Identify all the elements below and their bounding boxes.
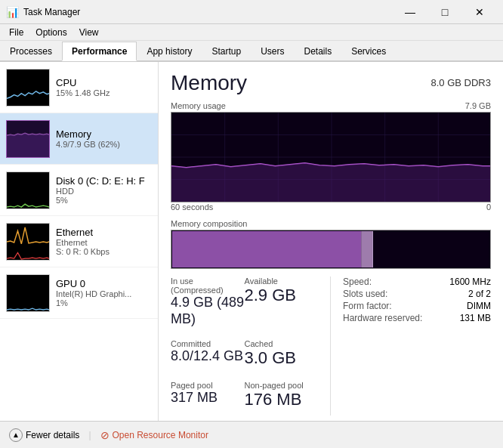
sidebar: CPU 15% 1.48 GHz Memory 4.9/7.9 GB (62%): [0, 62, 159, 421]
tab-processes[interactable]: Processes: [0, 42, 62, 61]
stats-grid: In use (Compressed) 4.9 GB (489 MB) Avai…: [171, 277, 491, 416]
nonpaged-label: Non-paged pool: [245, 381, 319, 390]
resource-monitor-icon: ⊘: [100, 429, 110, 441]
sidebar-graph-disk: [6, 171, 50, 209]
menu-file[interactable]: File: [3, 26, 29, 39]
spec-slots: Slots used: 2 of 2: [343, 289, 491, 299]
sidebar-info-gpu: GPU 0 Intel(R) HD Graphi... 1%: [56, 278, 152, 307]
nonpaged-value: 176 MB: [245, 390, 319, 409]
form-label: Form factor:: [343, 301, 392, 311]
sidebar-info-ethernet: Ethernet Ethernet S: 0 R: 0 Kbps: [56, 227, 152, 256]
sidebar-graph-cpu: [6, 69, 50, 107]
menu-bar: File Options View: [0, 24, 503, 41]
minimize-button[interactable]: —: [393, 0, 427, 24]
composition-section: Memory composition: [171, 219, 491, 269]
sidebar-item-gpu[interactable]: GPU 0 Intel(R) HD Graphi... 1%: [0, 267, 158, 319]
tab-performance[interactable]: Performance: [62, 42, 137, 61]
ethernet-value: S: 0 R: 0 Kbps: [56, 247, 152, 256]
usage-chart-label: Memory usage 7.9 GB: [171, 101, 491, 110]
sidebar-item-disk[interactable]: Disk 0 (C: D: E: H: F HDD 5%: [0, 165, 158, 216]
app-title: Task Manager: [23, 7, 80, 17]
spec-hw-reserved: Hardware reserved: 131 MB: [343, 313, 491, 323]
stat-committed: Committed 8.0/12.4 GB: [171, 339, 245, 368]
detail-header: Memory 8.0 GB DDR3: [171, 71, 491, 95]
stats-left: In use (Compressed) 4.9 GB (489 MB) Avai…: [171, 277, 331, 416]
sidebar-graph-ethernet: [6, 223, 50, 261]
detail-panel: Memory 8.0 GB DDR3 Memory usage 7.9 GB: [159, 62, 503, 421]
svg-rect-13: [372, 231, 373, 267]
maximize-button[interactable]: □: [427, 0, 462, 24]
tab-users[interactable]: Users: [251, 42, 294, 61]
hw-reserved-value: 131 MB: [460, 313, 491, 323]
fewer-details-button[interactable]: ▲ Fewer details: [9, 428, 79, 442]
sidebar-info-memory: Memory 4.9/7.9 GB (62%): [56, 128, 152, 149]
form-value: DIMM: [467, 301, 491, 311]
open-rm-label: Open Resource Monitor: [113, 430, 208, 440]
committed-value: 8.0/12.4 GB: [171, 348, 245, 365]
slots-label: Slots used:: [343, 289, 387, 299]
app-icon: 📊: [6, 6, 19, 18]
ethernet-name: Ethernet: [56, 227, 152, 238]
slots-value: 2 of 2: [468, 289, 491, 299]
disk-name: Disk 0 (C: D: E: H: F: [56, 175, 152, 187]
composition-chart: [171, 230, 491, 269]
menu-view[interactable]: View: [73, 26, 105, 39]
title-controls: — □ ✕: [393, 0, 497, 24]
ethernet-type: Ethernet: [56, 238, 152, 247]
svg-rect-14: [373, 231, 488, 267]
time-label: 60 seconds 0: [171, 202, 491, 212]
sidebar-item-memory[interactable]: Memory 4.9/7.9 GB (62%): [0, 113, 158, 165]
usage-chart: [171, 112, 491, 202]
tab-app-history[interactable]: App history: [137, 42, 202, 61]
composition-label: Memory composition: [171, 219, 491, 228]
fewer-details-label: Fewer details: [26, 430, 79, 440]
footer-separator: |: [88, 430, 91, 440]
sidebar-graph-memory: [6, 120, 50, 158]
gpu-value: 1%: [56, 298, 152, 307]
memory-name: Memory: [56, 128, 152, 140]
gpu-name: GPU 0: [56, 278, 152, 289]
speed-value: 1600 MHz: [449, 277, 491, 287]
speed-label: Speed:: [343, 277, 372, 287]
sidebar-info-disk: Disk 0 (C: D: E: H: F HDD 5%: [56, 175, 152, 205]
available-value: 2.9 GB: [245, 286, 319, 305]
available-label: Available: [245, 277, 319, 286]
stats-right: Speed: 1600 MHz Slots used: 2 of 2 Form …: [331, 277, 491, 416]
in-use-value: 4.9 GB (489 MB): [171, 295, 245, 327]
memory-usage-section: Memory usage 7.9 GB: [171, 101, 491, 212]
stat-available: Available 2.9 GB: [245, 277, 319, 327]
stat-cached: Cached 3.0 GB: [245, 339, 319, 368]
tab-bar: Processes Performance App history Startu…: [0, 41, 503, 62]
memory-value: 4.9/7.9 GB (62%): [56, 140, 152, 149]
paged-label: Paged pool: [171, 381, 245, 390]
menu-options[interactable]: Options: [29, 26, 73, 39]
sidebar-info-cpu: CPU 15% 1.48 GHz: [56, 77, 152, 97]
stat-nonpaged: Non-paged pool 176 MB: [245, 381, 319, 409]
cpu-value: 15% 1.48 GHz: [56, 88, 152, 97]
detail-title: Memory: [171, 71, 247, 95]
hw-reserved-label: Hardware reserved:: [343, 313, 422, 323]
committed-label: Committed: [171, 339, 245, 348]
spec-form: Form factor: DIMM: [343, 301, 491, 311]
tab-details[interactable]: Details: [294, 42, 341, 61]
in-use-label: In use (Compressed): [171, 277, 245, 295]
tab-startup[interactable]: Startup: [202, 42, 251, 61]
svg-rect-11: [172, 231, 361, 267]
cached-value: 3.0 GB: [245, 348, 319, 368]
close-button[interactable]: ✕: [462, 0, 497, 24]
title-bar: 📊 Task Manager — □ ✕: [0, 0, 503, 24]
sidebar-item-cpu[interactable]: CPU 15% 1.48 GHz: [0, 62, 158, 113]
chevron-up-icon: ▲: [9, 428, 23, 442]
cached-label: Cached: [245, 339, 319, 348]
stat-in-use: In use (Compressed) 4.9 GB (489 MB): [171, 277, 245, 327]
open-resource-monitor-link[interactable]: ⊘ Open Resource Monitor: [100, 429, 208, 441]
disk-value: 5%: [56, 196, 152, 205]
detail-spec: 8.0 GB DDR3: [431, 77, 491, 88]
tab-services[interactable]: Services: [341, 42, 396, 61]
paged-value: 317 MB: [171, 390, 245, 406]
main-content: CPU 15% 1.48 GHz Memory 4.9/7.9 GB (62%): [0, 62, 503, 421]
spec-speed: Speed: 1600 MHz: [343, 277, 491, 287]
sidebar-item-ethernet[interactable]: Ethernet Ethernet S: 0 R: 0 Kbps: [0, 216, 158, 267]
disk-type: HDD: [56, 187, 152, 196]
svg-rect-12: [361, 231, 372, 267]
